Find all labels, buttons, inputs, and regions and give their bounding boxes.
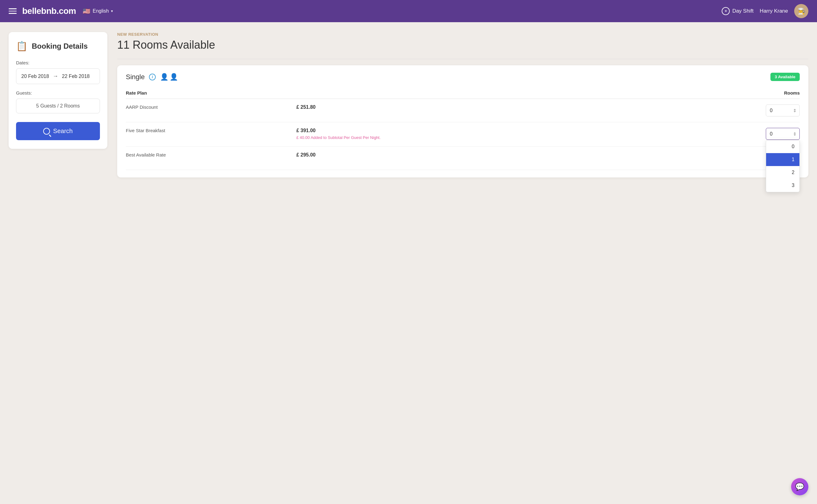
search-icon — [43, 128, 50, 135]
language-label: English — [92, 8, 108, 14]
table-row: AARP Discount £ 251.80 0 1 2 3 — [126, 99, 800, 122]
available-badge: 3 Available — [770, 73, 800, 81]
chat-icon: 💬 — [795, 482, 804, 491]
date-end: 22 Feb 2018 — [62, 74, 90, 79]
sun-icon: ☀ — [722, 7, 730, 15]
guest-icon-2: 👤 — [169, 73, 178, 81]
guest-icon-1: 👤 — [160, 73, 168, 81]
rate-plan-col-header: Rate Plan — [126, 87, 296, 99]
header: bellebnb.com 🇺🇸 English ▾ ☀ Day Shift Ha… — [0, 0, 817, 22]
search-button[interactable]: Search — [16, 122, 100, 140]
dropdown-option-0[interactable]: 0 — [766, 140, 799, 153]
date-arrow-icon: → — [53, 73, 58, 79]
main-container: 📋 Booking Details Dates: 20 Feb 2018 → 2… — [0, 22, 817, 187]
user-name: Harry Krane — [760, 8, 788, 14]
table-row: Five Star Breakfast £ 391.00 £ 40.00 Add… — [126, 122, 800, 147]
room-card: Single i 👤 👤 3 Available Rate Plan Rooms — [117, 65, 808, 177]
rate-price-cell: £ 295.00 — [296, 146, 656, 170]
section-label: NEW RESERVATION — [117, 32, 808, 37]
rate-price-cell: £ 391.00 £ 40.00 Added to Subtotal Per G… — [296, 122, 656, 147]
dropdown-option-1[interactable]: 1 — [766, 153, 799, 166]
rooms-col-header: Rooms — [655, 87, 800, 99]
rooms-available-title: 11 Rooms Available — [117, 39, 808, 51]
guests-label: Guests: — [16, 90, 100, 96]
rooms-spinner-fivestar: 0 1 2 3 ⇕ 0 1 2 — [766, 128, 800, 140]
guests-value: 5 Guests / 2 Rooms — [36, 103, 80, 108]
day-shift: ☀ Day Shift — [722, 7, 754, 15]
rooms-select-aarp[interactable]: 0 1 2 3 — [766, 104, 800, 116]
booking-header: 📋 Booking Details — [16, 41, 100, 51]
date-range-field[interactable]: 20 Feb 2018 → 22 Feb 2018 — [16, 68, 100, 84]
guests-field[interactable]: 5 Guests / 2 Rooms — [16, 99, 100, 113]
rate-plan-name: Best Available Rate — [126, 146, 296, 170]
dropdown-option-3[interactable]: 3 — [766, 179, 799, 192]
avatar[interactable]: 👨‍🍳 — [794, 4, 808, 18]
right-panel: NEW RESERVATION 11 Rooms Available Singl… — [117, 32, 808, 177]
chevron-down-icon: ▾ — [111, 9, 113, 13]
rooms-select-cell: 0 1 2 3 ⇕ 0 1 2 — [655, 122, 800, 147]
search-button-label: Search — [53, 128, 72, 135]
booking-panel: 📋 Booking Details Dates: 20 Feb 2018 → 2… — [9, 32, 107, 149]
rooms-dropdown: 0 1 2 3 — [766, 140, 800, 192]
rate-plan-name: AARP Discount — [126, 99, 296, 122]
logo: bellebnb.com — [22, 6, 76, 16]
rooms-spinner-aarp: 0 1 2 3 ⇕ — [766, 104, 800, 116]
chat-button[interactable]: 💬 — [791, 478, 808, 495]
rooms-select-cell: 0 1 2 3 ⇕ — [655, 99, 800, 122]
booking-icon: 📋 — [16, 41, 27, 51]
table-row: Best Available Rate £ 295.00 0 1 2 — [126, 146, 800, 170]
language-selector[interactable]: 🇺🇸 English ▾ — [83, 7, 112, 15]
rate-table: Rate Plan Rooms AARP Discount £ 251.80 — [126, 87, 800, 170]
date-start: 20 Feb 2018 — [21, 74, 49, 79]
shift-label: Day Shift — [732, 8, 754, 14]
info-icon[interactable]: i — [149, 74, 156, 80]
booking-title: Booking Details — [32, 42, 88, 51]
rate-plan-name: Five Star Breakfast — [126, 122, 296, 147]
guest-icons: 👤 👤 — [160, 73, 178, 81]
room-card-header: Single i 👤 👤 3 Available — [126, 73, 800, 81]
dates-label: Dates: — [16, 60, 100, 65]
flag-icon: 🇺🇸 — [83, 7, 90, 15]
rate-price-cell: £ 251.80 — [296, 99, 656, 122]
room-type-name: Single — [126, 73, 145, 81]
dropdown-option-2[interactable]: 2 — [766, 166, 799, 179]
rooms-select-fivestar[interactable]: 0 1 2 3 — [766, 128, 800, 140]
menu-icon[interactable] — [9, 8, 17, 14]
header-right: ☀ Day Shift Harry Krane 👨‍🍳 — [722, 4, 808, 18]
